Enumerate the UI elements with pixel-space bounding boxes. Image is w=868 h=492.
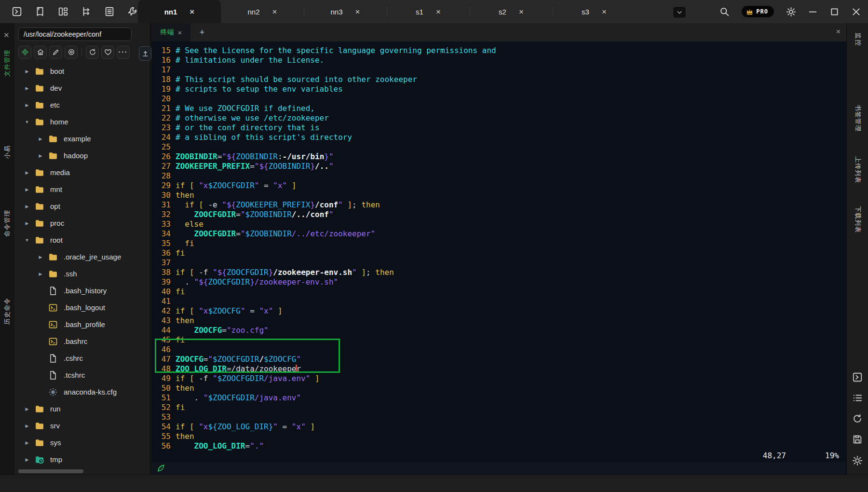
tree-item-.bash_logout[interactable]: .bash_logout <box>14 299 150 316</box>
rail-item-命令管理[interactable]: 命令管理 <box>0 194 14 252</box>
leaf-icon[interactable] <box>157 464 165 473</box>
rail-list-icon[interactable] <box>852 393 863 403</box>
tree-item-tmp[interactable]: ▶tmp <box>14 451 150 468</box>
rail-terminal-window-icon[interactable] <box>852 372 863 383</box>
server-list-icon[interactable] <box>104 6 115 17</box>
tree-expander-icon[interactable]: ▶ <box>23 407 31 411</box>
tree-item-.oracle_jre_usage[interactable]: ▶.oracle_jre_usage <box>14 248 150 265</box>
toolbar-eye-icon[interactable] <box>65 46 78 59</box>
toolbar-refresh-icon[interactable] <box>86 46 99 59</box>
tree-item-opt[interactable]: ▶opt <box>14 198 150 215</box>
tree-expander-icon[interactable]: ▶ <box>37 272 44 276</box>
rail-item-下载列表[interactable]: 下载列表 <box>847 193 868 246</box>
tree-expander-icon[interactable]: ▶ <box>23 221 31 226</box>
toolbar-target-icon[interactable] <box>18 46 31 59</box>
code-line-35: 35 fi <box>152 239 846 248</box>
tree-expander-icon[interactable]: ▶ <box>23 204 31 209</box>
code-token <box>185 374 190 383</box>
session-tab-s1[interactable]: s1× <box>387 0 470 23</box>
tree-item-boot[interactable]: ▶boot <box>14 63 150 80</box>
tree-item-proc[interactable]: ▶proc <box>14 215 150 232</box>
search-icon[interactable] <box>719 7 730 17</box>
tree-item-root[interactable]: ▼root <box>14 232 150 248</box>
rail-item-上传列表[interactable]: 上传列表 <box>847 143 868 196</box>
session-tab-s2[interactable]: s2× <box>470 0 553 23</box>
settings-gear-icon[interactable] <box>786 7 796 17</box>
tab-overflow-button[interactable] <box>673 6 686 18</box>
vim-editor[interactable]: 15# See the License for the specific lan… <box>152 41 846 462</box>
rail-item-小易[interactable]: 小易 <box>0 123 14 181</box>
tree-item-.bash_history[interactable]: .bash_history <box>14 282 150 299</box>
tree-item-.tcshrc[interactable]: .tcshrc <box>14 367 150 383</box>
tree-expander-icon[interactable]: ▶ <box>23 170 31 175</box>
window-maximize-button[interactable] <box>829 7 840 17</box>
tree-item-mnt[interactable]: ▶mnt <box>14 181 150 198</box>
tree-item-.cshrc[interactable]: .cshrc <box>14 350 150 367</box>
tree-item-srv[interactable]: ▶srv <box>14 417 150 434</box>
toolbar-more-icon[interactable]: ··· <box>117 46 130 59</box>
layout-icon[interactable] <box>58 6 68 17</box>
rail-save-icon[interactable] <box>852 434 863 445</box>
tree-item-.bash_profile[interactable]: .bash_profile <box>14 316 150 333</box>
terminal-tab[interactable]: 终端 × <box>152 23 190 41</box>
tree-horizontal-scrollbar[interactable] <box>18 469 83 473</box>
tree-item-.ssh[interactable]: ▶.ssh <box>14 265 150 282</box>
tree-item-sys[interactable]: ▶sys <box>14 434 150 451</box>
window-minimize-button[interactable] <box>808 7 818 17</box>
wrench-icon[interactable] <box>127 6 138 17</box>
pro-badge[interactable]: PRO <box>741 5 774 18</box>
tree-expander-icon[interactable]: ▶ <box>23 69 31 74</box>
tree-item-.bashrc[interactable]: .bashrc <box>14 333 150 350</box>
tree-item-media[interactable]: ▶media <box>14 164 150 181</box>
tree-expander-icon[interactable]: ▶ <box>23 424 31 428</box>
tree-expander-icon[interactable]: ▶ <box>23 103 31 108</box>
tree-expander-icon[interactable]: ▶ <box>23 440 31 445</box>
session-tab-nn3[interactable]: nn3× <box>304 0 387 23</box>
rail-item-监控[interactable]: 监控 <box>847 13 868 66</box>
toolbar-home-icon[interactable] <box>34 46 47 59</box>
new-terminal-tab-button[interactable]: + <box>196 27 208 38</box>
rail-item-文件管理[interactable]: 文件管理 <box>0 34 14 92</box>
tab-close-icon[interactable]: × <box>272 8 277 16</box>
rail-gear-icon[interactable] <box>852 455 863 466</box>
tree-expander-icon[interactable]: ▼ <box>23 238 31 243</box>
tree-item-home[interactable]: ▼home <box>14 113 150 130</box>
tree-expander-icon[interactable]: ▶ <box>37 153 44 158</box>
sitemap-icon[interactable] <box>81 6 92 17</box>
tree-item-example[interactable]: ▶example <box>14 130 150 147</box>
sessions-icon[interactable] <box>35 6 45 17</box>
session-tab-s3[interactable]: s3× <box>553 0 636 23</box>
tab-close-icon[interactable]: × <box>190 8 194 16</box>
tree-expander-icon[interactable]: ▼ <box>23 120 31 124</box>
tree-item-run[interactable]: ▶run <box>14 400 150 417</box>
session-tab-nn2[interactable]: nn2× <box>221 0 304 23</box>
upload-button[interactable] <box>139 46 151 61</box>
tab-close-icon[interactable]: × <box>436 8 441 16</box>
tree-expander-icon[interactable]: ▶ <box>37 137 44 141</box>
tree-item-etc[interactable]: ▶etc <box>14 96 150 113</box>
line-number: 35 <box>157 239 171 248</box>
tab-close-icon[interactable]: × <box>602 8 607 16</box>
file-tree: ▶boot▶dev▶etc▼home▶example▶hadoop▶media▶… <box>14 63 150 468</box>
terminal-tab-close-icon[interactable]: × <box>178 28 182 37</box>
tree-item-hadoop[interactable]: ▶hadoop <box>14 147 150 164</box>
tree-expander-icon[interactable]: ▶ <box>23 86 31 91</box>
tree-item-dev[interactable]: ▶dev <box>14 80 150 96</box>
tree-expander-icon[interactable]: ▶ <box>37 255 44 260</box>
rail-item-书签管理[interactable]: 书签管理 <box>847 92 868 145</box>
toolbar-pen-icon[interactable] <box>49 46 62 59</box>
tree-expander-icon[interactable]: ▶ <box>23 187 31 192</box>
terminal-panel-close-icon[interactable]: × <box>836 27 841 36</box>
toolbar-heart-icon[interactable] <box>101 46 114 59</box>
tree-expander-icon[interactable]: ▶ <box>23 457 31 462</box>
tab-close-icon[interactable]: × <box>355 8 360 16</box>
new-terminal-icon[interactable] <box>12 6 22 17</box>
tab-close-icon[interactable]: × <box>519 8 524 16</box>
code-token: fi <box>176 248 185 258</box>
code-line-49: 49if [ -f "$ZOOCFGDIR/java.env" ] <box>152 374 846 383</box>
session-tab-nn1[interactable]: nn1× <box>138 0 221 23</box>
tree-item-anaconda-ks.cfg[interactable]: anaconda-ks.cfg <box>14 383 150 400</box>
path-input[interactable]: /usr/local/zookeeper/conf <box>18 27 132 41</box>
rail-refresh-icon[interactable] <box>852 413 863 424</box>
rail-item-历史命令[interactable]: 历史命令 <box>0 282 14 340</box>
